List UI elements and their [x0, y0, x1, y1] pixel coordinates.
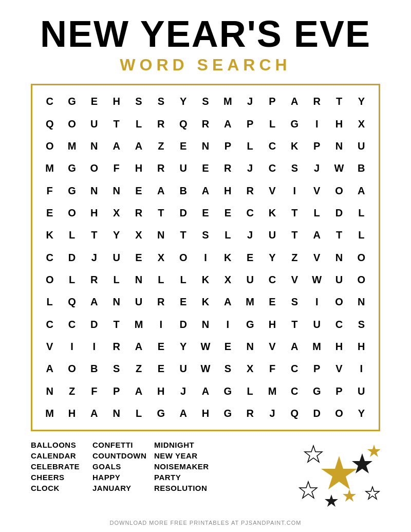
grid-cell: Q — [39, 113, 61, 135]
word-item: CLOCK — [31, 484, 87, 492]
grid-cell: V — [261, 336, 283, 358]
grid-cell: A — [284, 90, 306, 113]
grid-cell: L — [61, 269, 83, 291]
grid-cell: A — [217, 113, 239, 135]
page-title: NEW YEAR'S EVE — [40, 15, 371, 52]
grid-cell: Z — [284, 246, 306, 268]
grid-cell: A — [127, 135, 150, 157]
grid-cell: Z — [61, 380, 83, 402]
svg-marker-6 — [343, 489, 356, 502]
grid-cell: O — [39, 269, 61, 291]
grid-cell: W — [194, 358, 216, 380]
grid-cell: O — [39, 135, 61, 157]
grid-cell: M — [261, 380, 283, 402]
grid-cell: K — [39, 224, 61, 246]
grid-cell: L — [239, 380, 261, 402]
grid-cell: G — [306, 380, 328, 402]
grid-cell: U — [328, 269, 350, 291]
grid-cell: A — [172, 402, 194, 425]
grid-cell: C — [39, 90, 61, 113]
grid-cell: I — [83, 336, 105, 358]
grid-cell: U — [83, 113, 105, 135]
grid-cell: H — [61, 402, 83, 425]
grid-cell: Z — [127, 358, 150, 380]
grid-cell: T — [172, 224, 194, 246]
grid-cell: J — [83, 246, 105, 268]
grid-cell: I — [150, 313, 172, 335]
footer-text: DOWNLOAD MORE FREE PRINTABLES AT PJSANDP… — [110, 520, 302, 526]
grid-cell: A — [127, 380, 150, 402]
grid-cell: N — [39, 380, 61, 402]
grid-cell: Q — [172, 113, 194, 135]
grid-cell: D — [172, 202, 194, 224]
grid-cell: G — [150, 402, 172, 425]
grid-cell: Y — [172, 336, 194, 358]
grid-cell: H — [194, 402, 216, 425]
grid-cell: D — [172, 313, 194, 335]
grid-cell: A — [105, 135, 127, 157]
grid-cell: W — [306, 269, 328, 291]
grid-cell: E — [172, 291, 194, 313]
grid-cell: N — [83, 179, 105, 201]
grid-cell: A — [39, 358, 61, 380]
grid-cell: R — [239, 402, 261, 425]
grid-cell: G — [284, 113, 306, 135]
grid-cell: O — [350, 246, 372, 268]
grid-cell: L — [39, 291, 61, 313]
grid-cell: T — [105, 113, 127, 135]
grid-cell: H — [350, 336, 372, 358]
grid-cell: I — [306, 291, 328, 313]
grid-cell: M — [61, 135, 83, 157]
grid-cell: X — [217, 269, 239, 291]
grid-cell: U — [239, 269, 261, 291]
grid-cell: C — [39, 313, 61, 335]
grid-cell: A — [306, 224, 328, 246]
grid-cell: L — [350, 224, 372, 246]
grid-cell: Q — [284, 402, 306, 425]
grid-cell: S — [217, 358, 239, 380]
word-search-grid: CGEHSSYSMJPARTYQOUTLRQRAPLGIHXOMNAAZENPL… — [39, 90, 372, 425]
grid-cell: C — [284, 358, 306, 380]
word-item: NEW YEAR — [154, 451, 211, 460]
grid-cell: F — [105, 157, 127, 179]
grid-cell: P — [306, 358, 328, 380]
grid-cell: A — [83, 402, 105, 425]
word-search-grid-container: CGEHSSYSMJPARTYQOUTLRQRAPLGIHXOMNAAZENPL… — [31, 84, 380, 431]
svg-marker-1 — [321, 456, 357, 489]
grid-cell: L — [150, 269, 172, 291]
grid-cell: A — [350, 179, 372, 201]
grid-cell: H — [217, 179, 239, 201]
grid-cell: N — [194, 135, 216, 157]
grid-cell: G — [61, 157, 83, 179]
grid-cell: U — [172, 157, 194, 179]
word-item: CONFETTI — [92, 441, 149, 449]
grid-cell: E — [150, 336, 172, 358]
grid-cell: N — [83, 135, 105, 157]
grid-cell: R — [239, 179, 261, 201]
grid-cell: X — [105, 202, 127, 224]
grid-cell: I — [194, 246, 216, 268]
stars-decoration — [298, 441, 380, 512]
grid-cell: T — [284, 224, 306, 246]
word-item: COUNTDOWN — [92, 451, 149, 460]
grid-cell: N — [194, 313, 216, 335]
grid-cell: F — [39, 179, 61, 201]
grid-cell: M — [39, 402, 61, 425]
grid-cell: N — [328, 135, 350, 157]
grid-cell: I — [217, 313, 239, 335]
grid-cell: L — [61, 224, 83, 246]
grid-cell: Y — [350, 90, 372, 113]
grid-cell: D — [306, 402, 328, 425]
grid-cell: P — [328, 380, 350, 402]
word-col-2: CONFETTICOUNTDOWNGOALSHAPPYJANUARY — [92, 441, 154, 492]
grid-cell: R — [217, 157, 239, 179]
svg-marker-3 — [367, 445, 380, 457]
grid-cell: T — [284, 313, 306, 335]
grid-cell: R — [127, 202, 150, 224]
grid-cell: C — [61, 313, 83, 335]
grid-cell: S — [284, 157, 306, 179]
grid-cell: A — [217, 291, 239, 313]
grid-cell: V — [306, 246, 328, 268]
grid-cell: E — [239, 246, 261, 268]
grid-cell: O — [172, 246, 194, 268]
